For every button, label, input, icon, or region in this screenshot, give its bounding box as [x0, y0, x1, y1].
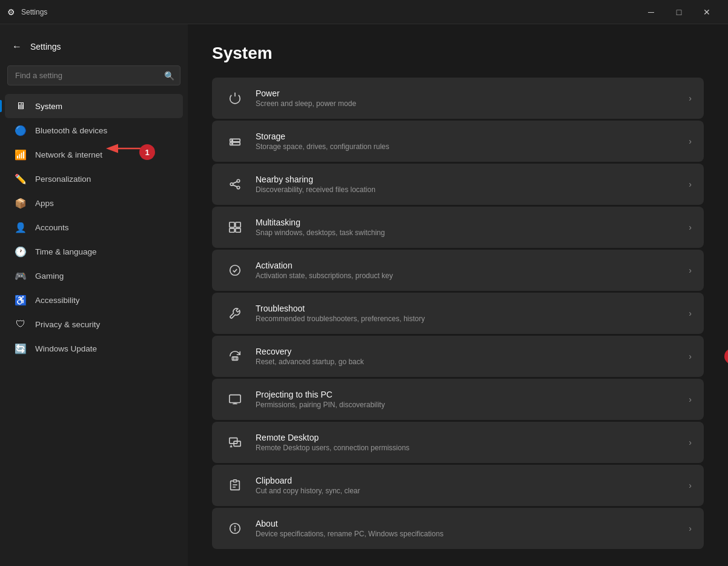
app-container: ← Settings 🔍 🖥 System 🔵 Bluetooth & devi…	[0, 24, 728, 566]
activation-icon	[224, 259, 246, 281]
svg-rect-13	[230, 228, 234, 232]
sidebar-label-accounts: Accounts	[35, 223, 69, 232]
personalization-icon: ✏️	[15, 173, 27, 185]
sidebar-item-accounts[interactable]: 👤 Accounts	[5, 215, 183, 239]
search-input[interactable]	[7, 65, 180, 85]
power-desc: Screen and sleep, power mode	[256, 99, 679, 108]
sidebar-item-accessibility[interactable]: ♿ Accessibility	[5, 288, 183, 312]
settings-item-clipboard[interactable]: Clipboard Cut and copy history, sync, cl…	[212, 465, 704, 506]
svg-point-7	[230, 183, 233, 186]
app-title: Settings	[30, 42, 61, 52]
sidebar-label-personalization: Personalization	[35, 175, 91, 184]
page-title: System	[212, 44, 704, 63]
sidebar-item-gaming[interactable]: 🎮 Gaming	[5, 264, 183, 288]
sidebar-label-time: Time & language	[35, 247, 97, 256]
sidebar-label-gaming: Gaming	[35, 271, 64, 281]
close-button[interactable]: ✕	[693, 0, 721, 24]
system-icon: 🖥	[15, 100, 27, 112]
nearby-sharing-chevron: ›	[689, 179, 692, 189]
settings-item-projecting[interactable]: Projecting to this PC Permissions, pairi…	[212, 379, 704, 420]
clipboard-desc: Cut and copy history, sync, clear	[256, 487, 679, 495]
update-icon: 🔄	[15, 342, 27, 355]
sidebar-item-network[interactable]: 📶 Network & internet	[5, 142, 183, 167]
accounts-icon: 👤	[15, 221, 27, 233]
sidebar: ← Settings 🔍 🖥 System 🔵 Bluetooth & devi…	[0, 24, 188, 370]
activation-desc: Activation state, subscriptions, product…	[256, 271, 679, 280]
svg-point-8	[237, 186, 240, 189]
about-title: About	[256, 519, 679, 528]
storage-chevron: ›	[689, 136, 692, 146]
settings-list: Power Screen and sleep, power mode ›	[212, 78, 704, 549]
remote-desktop-text: Remote Desktop Remote Desktop users, con…	[256, 433, 679, 452]
multitasking-desc: Snap windows, desktops, task switching	[256, 228, 679, 237]
sidebar-item-update[interactable]: 🔄 Windows Update	[5, 336, 183, 361]
settings-item-about[interactable]: About Device specifications, rename PC, …	[212, 508, 704, 549]
troubleshoot-desc: Recommended troubleshooters, preferences…	[256, 315, 679, 323]
storage-icon	[224, 130, 246, 152]
settings-item-storage[interactable]: Storage Storage space, drives, configura…	[212, 121, 704, 162]
bluetooth-icon: 🔵	[15, 124, 27, 136]
titlebar-left: ⚙ Settings	[7, 7, 47, 17]
svg-rect-11	[230, 222, 234, 227]
annotation-badge-2: 2	[724, 348, 728, 364]
projecting-desc: Permissions, pairing PIN, discoverabilit…	[256, 401, 679, 409]
nearby-sharing-text: Nearby sharing Discoverability, received…	[256, 175, 679, 194]
sidebar-item-personalization[interactable]: ✏️ Personalization	[5, 167, 183, 191]
remote-desktop-title: Remote Desktop	[256, 433, 679, 442]
activation-text: Activation Activation state, subscriptio…	[256, 261, 679, 280]
nearby-sharing-desc: Discoverability, received files location	[256, 185, 679, 194]
recovery-desc: Reset, advanced startup, go back	[256, 358, 679, 366]
sidebar-header: ← Settings	[0, 34, 188, 64]
main-wrapper: System Power Screen and sleep, power mod…	[188, 24, 728, 566]
main-content: System Power Screen and sleep, power mod…	[188, 24, 728, 566]
settings-item-troubleshoot[interactable]: Troubleshoot Recommended troubleshooters…	[212, 293, 704, 334]
minimize-button[interactable]: ─	[637, 0, 665, 24]
sidebar-item-bluetooth[interactable]: 🔵 Bluetooth & devices	[5, 118, 183, 142]
projecting-chevron: ›	[689, 395, 692, 404]
sidebar-nav: 🖥 System 🔵 Bluetooth & devices 📶 Network…	[0, 94, 188, 361]
settings-item-multitasking[interactable]: Multitasking Snap windows, desktops, tas…	[212, 207, 704, 248]
projecting-title: Projecting to this PC	[256, 390, 679, 399]
svg-rect-21	[230, 395, 240, 403]
window-icon: ⚙	[7, 7, 15, 17]
storage-text: Storage Storage space, drives, configura…	[256, 132, 679, 151]
projecting-icon	[224, 388, 246, 410]
about-text: About Device specifications, rename PC, …	[256, 519, 679, 538]
power-title: Power	[256, 88, 679, 98]
settings-item-remote-desktop[interactable]: Remote Desktop Remote Desktop users, con…	[212, 422, 704, 463]
back-button[interactable]: ←	[10, 39, 24, 55]
svg-line-9	[233, 182, 237, 184]
sidebar-label-bluetooth: Bluetooth & devices	[35, 126, 107, 135]
remote-desktop-desc: Remote Desktop users, connection permiss…	[256, 444, 679, 452]
sidebar-label-update: Windows Update	[35, 344, 97, 353]
multitasking-title: Multitasking	[256, 218, 679, 227]
clipboard-text: Clipboard Cut and copy history, sync, cl…	[256, 476, 679, 495]
sidebar-item-apps[interactable]: 📦 Apps	[5, 191, 183, 215]
settings-item-power[interactable]: Power Screen and sleep, power mode ›	[212, 78, 704, 119]
projecting-text: Projecting to this PC Permissions, pairi…	[256, 390, 679, 409]
sidebar-item-privacy[interactable]: 🛡 Privacy & security	[5, 312, 183, 336]
svg-rect-28	[233, 480, 237, 482]
power-chevron: ›	[689, 93, 692, 103]
nearby-sharing-title: Nearby sharing	[256, 175, 679, 184]
troubleshoot-icon	[224, 302, 246, 324]
sidebar-item-time[interactable]: 🕐 Time & language	[5, 239, 183, 264]
recovery-title: Recovery	[256, 347, 679, 356]
settings-item-activation[interactable]: Activation Activation state, subscriptio…	[212, 250, 704, 291]
settings-item-nearby-sharing[interactable]: Nearby sharing Discoverability, received…	[212, 164, 704, 205]
nearby-sharing-icon	[224, 173, 246, 195]
svg-rect-24	[230, 438, 237, 444]
sidebar-item-system[interactable]: 🖥 System	[5, 94, 183, 118]
search-icon: 🔍	[164, 71, 174, 81]
svg-rect-12	[236, 222, 240, 227]
titlebar-title: Settings	[21, 8, 47, 16]
power-text: Power Screen and sleep, power mode	[256, 88, 679, 108]
multitasking-text: Multitasking Snap windows, desktops, tas…	[256, 218, 679, 237]
sidebar-label-apps: Apps	[35, 199, 54, 208]
network-icon: 📶	[15, 148, 27, 161]
troubleshoot-text: Troubleshoot Recommended troubleshooters…	[256, 304, 679, 323]
sidebar-wrapper: ← Settings 🔍 🖥 System 🔵 Bluetooth & devi…	[0, 24, 188, 566]
maximize-button[interactable]: □	[665, 0, 693, 24]
settings-item-recovery[interactable]: Recovery Reset, advanced startup, go bac…	[212, 336, 704, 377]
clipboard-chevron: ›	[689, 481, 692, 490]
